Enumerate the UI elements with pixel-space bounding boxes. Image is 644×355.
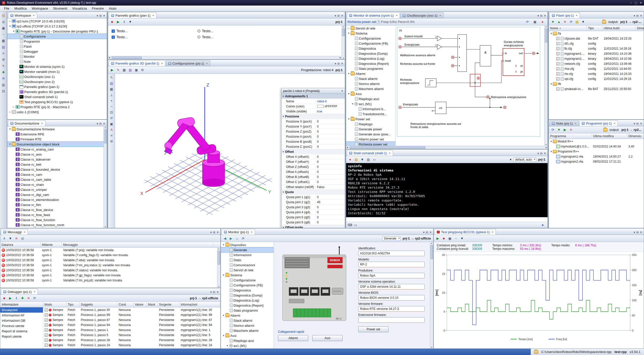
list-item[interactable]: Report utente: [0, 334, 43, 339]
fwd-icon[interactable]: ▶: [228, 236, 234, 241]
float-panel-icon[interactable]: ⊟: [213, 290, 215, 294]
powerset-link[interactable]: Richiesta power set: [347, 20, 376, 24]
property-group[interactable]: ▼Offset quote: [281, 225, 345, 228]
tree-expander-icon[interactable]: ▷: [347, 27, 351, 29]
checkbox[interactable]: ✓: [45, 334, 48, 337]
tree-item[interactable]: Maschere allarmi: [346, 86, 395, 91]
close-tab-icon[interactable]: ✕: [439, 14, 441, 17]
tree-expander-icon[interactable]: ▼: [347, 32, 351, 35]
tree-item[interactable]: ▷Servizi di rete: [346, 26, 395, 31]
modello-field[interactable]: RP-2: [358, 262, 425, 267]
tree-item[interactable]: Stack allarmi: [221, 318, 274, 323]
tree-expander-icon[interactable]: ▼: [8, 25, 12, 27]
tree-item[interactable]: ▼ax1 (M1): [346, 101, 395, 106]
table-row[interactable]: ✓SempreFetchProcesso 1, passo 99NessunaP…: [43, 312, 220, 317]
menu-visualizza[interactable]: Visualizza: [70, 6, 89, 11]
tree-item[interactable]: ▷usbc-1 [COM3]: [7, 109, 107, 114]
checkbox[interactable]: ✓: [45, 344, 48, 347]
tree-item[interactable]: Diagnostica: [221, 288, 274, 293]
scrollbar-vertical[interactable]: ▲▼: [342, 25, 345, 59]
table-row[interactable]: ✓SempreFetchProcesso 1, passo 87NessunaP…: [43, 317, 220, 322]
properties-header[interactable]: pan3d-1:robot-4 (Proprietà)▼: [281, 88, 345, 94]
table-row[interactable]: ✓xpl.cfgconfig11/02/2021 14:29:16: [549, 76, 644, 81]
float-panel-icon[interactable]: ⊟: [99, 14, 102, 17]
edit-icon[interactable]: ✎: [109, 75, 114, 80]
property-value[interactable]: 0: [316, 165, 345, 169]
table-row[interactable]: ✓SempreFetchProcesso 1, passo 94NessunaP…: [43, 322, 220, 328]
tree-item[interactable]: Generale: [221, 247, 274, 252]
fit-icon[interactable]: ⊡: [1, 88, 6, 94]
tree-item[interactable]: Configurazione: [7, 34, 107, 39]
play-icon[interactable]: ▶: [109, 67, 115, 73]
tree-expander-icon[interactable]: ▼: [347, 118, 351, 120]
column-header[interactable]: Modo: [43, 302, 66, 307]
down-icon[interactable]: ▼: [550, 19, 556, 24]
property-value[interactable]: 0: [316, 135, 345, 138]
stop-icon[interactable]: ■: [2, 295, 7, 301]
tree-item[interactable]: Maschere allarmi: [221, 328, 274, 333]
panel-menu-icon[interactable]: ▾: [634, 14, 635, 17]
edit-icon[interactable]: ✎: [115, 67, 121, 73]
tree-expander-icon[interactable]: ▼: [222, 314, 225, 317]
tab-pannello-grafico[interactable]: Pannello grafico (pan-1)✕: [109, 12, 157, 18]
checkbox[interactable]: ✓: [556, 47, 559, 50]
refresh-icon[interactable]: ⟳: [568, 19, 574, 24]
tab-monitor[interactable]: Monitor (prj-1)✕: [222, 229, 255, 235]
property-row[interactable]: Quota joint 2 (qj2)45: [281, 200, 345, 205]
tree-item[interactable]: Generale power: [346, 127, 395, 132]
property-row[interactable]: Quota joint 5 (qj5)0: [281, 215, 345, 220]
tree-item[interactable]: Classe rc_bdeserver: [7, 157, 104, 162]
close-panel-icon[interactable]: ✕: [544, 14, 546, 17]
tree-item[interactable]: Flash: [7, 44, 107, 49]
checkbox[interactable]: ✓: [45, 308, 48, 311]
pause-icon[interactable]: ‖: [2, 236, 7, 241]
tree-item[interactable]: Diagnostica: [346, 46, 395, 51]
table-row[interactable]: ▼/fa: [549, 31, 644, 36]
tree-item[interactable]: Stack allarmi: [346, 76, 395, 81]
tree-expander-icon[interactable]: ▼: [281, 95, 285, 98]
close-tab-icon[interactable]: ✕: [396, 14, 398, 17]
table-row[interactable]: ✕10/03/2022 10:36:58sysm-1Variabile (?.t…: [0, 278, 220, 283]
refresh-icon[interactable]: ⟳: [525, 19, 530, 24]
tree-item[interactable]: Trasduttore/Att...: [346, 111, 395, 116]
tree-item[interactable]: Informazioni base: [221, 348, 274, 348]
property-row[interactable]: Posizione C (posC)0: [281, 144, 345, 149]
tree-item[interactable]: Classe rc_crimper: [7, 187, 104, 192]
tree-item[interactable]: Informazioni: [221, 252, 274, 257]
cam-icon[interactable]: ▣: [447, 236, 453, 241]
play-icon[interactable]: ▶: [8, 295, 13, 301]
tree-item[interactable]: Configurazione: [346, 36, 395, 41]
property-value[interactable]: #FFFFFF: [316, 105, 345, 108]
grid-icon[interactable]: ▦: [109, 86, 114, 92]
checkbox[interactable]: ✓: [45, 329, 48, 332]
gear-icon[interactable]: ⚙: [140, 67, 145, 73]
panel-menu-icon[interactable]: ▾: [210, 231, 212, 234]
tree-item[interactable]: ▼Progetto RTE (prj-1) - Descrizione del …: [7, 29, 107, 34]
tree-item[interactable]: ▼Allarmi: [346, 71, 395, 76]
property-value[interactable]: Falso: [316, 185, 345, 189]
tree-expander-icon[interactable]: ▷: [12, 106, 16, 108]
list-item[interactable]: Processi utente: [0, 323, 43, 329]
table-row[interactable]: ✕10/03/2022 10:36:58sysm-1Variabile (?.t…: [0, 263, 220, 268]
checkbox[interactable]: ✓: [556, 72, 559, 75]
panel-menu-icon[interactable]: ▾: [97, 14, 98, 17]
table-row[interactable]: ✕10/03/2022 10:36:58sysm-1Variabile (?.e…: [0, 258, 220, 263]
property-row[interactable]: Offset relativi (relOff)Falso: [281, 185, 345, 190]
scrollbar-horizontal[interactable]: ◀▶: [346, 146, 548, 149]
tree-item[interactable]: ▼Sistema: [346, 31, 395, 36]
table-row[interactable]: ✓SempreFetchProcesso 1, passo 30NessunaP…: [43, 307, 220, 312]
refresh-icon[interactable]: ⟳: [1, 76, 6, 81]
property-row[interactable]: Quota joint 6 (qj6)0: [281, 220, 345, 225]
print-icon[interactable]: ▥: [366, 157, 371, 162]
tree-item[interactable]: Richiesta power set: [346, 142, 395, 146]
tree-item[interactable]: Servizi di rete: [221, 268, 274, 273]
column-header[interactable]: Tipo: [587, 25, 602, 31]
column-header[interactable]: Sorgente: [158, 302, 179, 307]
table-row[interactable]: ▼/fb: [549, 81, 644, 86]
property-row[interactable]: Nomerobot-4: [281, 99, 345, 104]
tab-debugger[interactable]: Debugger (prj-1)✕: [1, 289, 38, 294]
tree-expander-icon[interactable]: ▼: [12, 30, 16, 33]
table-row[interactable]: ✕10/03/2022 10:36:58sysm-1Variabile (?.c…: [0, 253, 220, 258]
property-row[interactable]: Offset X (offsetX)0: [281, 154, 345, 159]
tree-item[interactable]: Stato programmi: [221, 308, 274, 313]
